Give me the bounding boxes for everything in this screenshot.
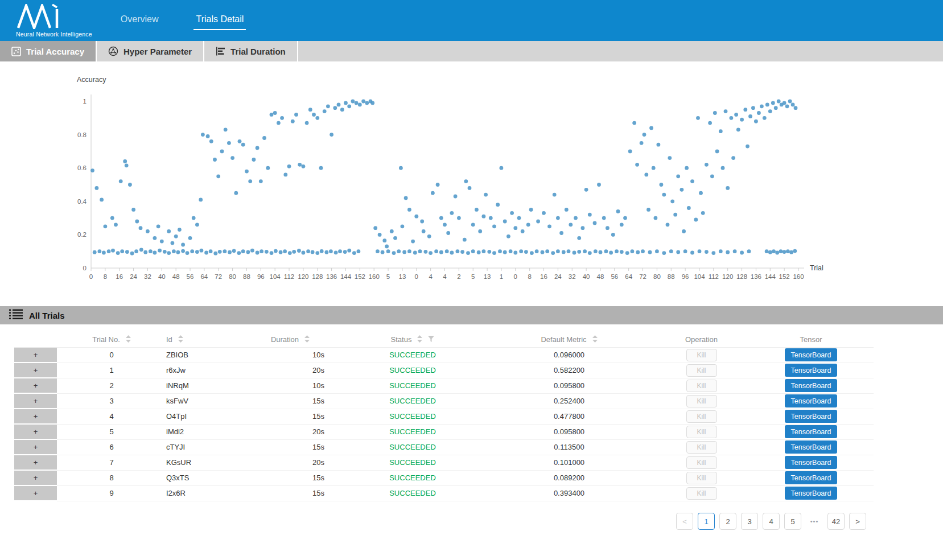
- scatter-point[interactable]: [274, 249, 278, 253]
- scatter-point[interactable]: [246, 250, 250, 254]
- tensorboard-button[interactable]: TensorBoard: [785, 425, 837, 438]
- scatter-point[interactable]: [266, 166, 270, 170]
- scatter-point[interactable]: [464, 179, 468, 183]
- scatter-point[interactable]: [785, 104, 789, 108]
- scatter-point[interactable]: [273, 111, 277, 115]
- scatter-point[interactable]: [411, 240, 415, 244]
- scatter-point[interactable]: [157, 224, 160, 228]
- scatter-point[interactable]: [547, 224, 551, 228]
- scatter-point[interactable]: [631, 249, 635, 253]
- scatter-point[interactable]: [224, 127, 228, 131]
- scatter-point[interactable]: [791, 103, 795, 107]
- scatter-point[interactable]: [160, 240, 164, 244]
- scatter-point[interactable]: [541, 250, 545, 254]
- scatter-point[interactable]: [649, 126, 653, 130]
- scatter-point[interactable]: [167, 229, 171, 233]
- scatter-point[interactable]: [382, 238, 386, 242]
- scatter-point[interactable]: [492, 251, 496, 255]
- scatter-point[interactable]: [746, 145, 750, 149]
- scatter-point[interactable]: [407, 249, 411, 253]
- scatter-point[interactable]: [509, 249, 513, 253]
- tab-trial-accuracy[interactable]: Trial Accuracy: [0, 41, 97, 61]
- nav-tab-overview[interactable]: Overview: [118, 11, 161, 30]
- scatter-point[interactable]: [636, 250, 640, 254]
- sort-icon[interactable]: [304, 335, 310, 344]
- scatter-point[interactable]: [535, 249, 539, 253]
- scatter-point[interactable]: [498, 249, 502, 253]
- scatter-point[interactable]: [705, 250, 709, 254]
- scatter-point[interactable]: [559, 231, 563, 235]
- pagination-page-42[interactable]: 42: [827, 513, 845, 530]
- scatter-point[interactable]: [277, 121, 281, 125]
- scatter-point[interactable]: [654, 216, 658, 220]
- scatter-point[interactable]: [454, 195, 458, 199]
- scatter-point[interactable]: [536, 220, 540, 224]
- kill-button[interactable]: Kill: [686, 364, 717, 377]
- kill-button[interactable]: Kill: [686, 487, 717, 500]
- scatter-point[interactable]: [110, 216, 114, 220]
- scatter-point[interactable]: [297, 249, 301, 253]
- scatter-point[interactable]: [640, 141, 644, 145]
- tensorboard-button[interactable]: TensorBoard: [785, 379, 837, 392]
- scatter-point[interactable]: [487, 250, 491, 254]
- scatter-point[interactable]: [565, 208, 569, 212]
- scatter-point[interactable]: [683, 249, 687, 253]
- scatter-point[interactable]: [250, 249, 254, 253]
- scatter-point[interactable]: [736, 127, 740, 131]
- scatter-point[interactable]: [100, 198, 104, 202]
- scatter-point[interactable]: [213, 158, 217, 162]
- scatter-point[interactable]: [146, 229, 150, 233]
- scatter-point[interactable]: [628, 150, 632, 154]
- scatter-point[interactable]: [237, 251, 241, 255]
- scatter-point[interactable]: [657, 143, 661, 147]
- scatter-point[interactable]: [280, 116, 284, 120]
- scatter-point[interactable]: [326, 104, 330, 108]
- scatter-point[interactable]: [287, 164, 291, 168]
- scatter-point[interactable]: [298, 163, 302, 167]
- scatter-point[interactable]: [670, 199, 674, 203]
- scatter-point[interactable]: [216, 174, 220, 178]
- scatter-point[interactable]: [429, 251, 433, 255]
- scatter-point[interactable]: [413, 251, 417, 255]
- tensorboard-button[interactable]: TensorBoard: [785, 394, 837, 407]
- scatter-point[interactable]: [424, 250, 428, 254]
- scatter-point[interactable]: [186, 251, 190, 255]
- sort-icon[interactable]: [178, 335, 183, 344]
- scatter-point[interactable]: [668, 156, 672, 160]
- scatter-point[interactable]: [492, 224, 496, 228]
- scatter-point[interactable]: [361, 100, 365, 104]
- scatter-point[interactable]: [786, 249, 790, 253]
- scatter-point[interactable]: [302, 251, 306, 255]
- scatter-point[interactable]: [178, 228, 182, 232]
- scatter-point[interactable]: [392, 251, 396, 255]
- scatter-point[interactable]: [120, 249, 124, 253]
- scatter-point[interactable]: [351, 100, 355, 104]
- scatter-point[interactable]: [344, 101, 348, 105]
- scatter-point[interactable]: [482, 249, 486, 253]
- scatter-point[interactable]: [181, 243, 185, 247]
- scatter-point[interactable]: [192, 216, 196, 220]
- scatter-point[interactable]: [288, 251, 292, 255]
- scatter-point[interactable]: [625, 251, 629, 255]
- scatter-point[interactable]: [788, 100, 792, 104]
- scatter-point[interactable]: [238, 139, 242, 143]
- scatter-point[interactable]: [431, 191, 435, 195]
- scatter-point[interactable]: [496, 203, 500, 207]
- scatter-point[interactable]: [556, 216, 560, 220]
- scatter-point[interactable]: [401, 224, 405, 228]
- scatter-point[interactable]: [556, 249, 560, 253]
- scatter-point[interactable]: [283, 249, 287, 253]
- scatter-point[interactable]: [577, 236, 581, 240]
- scatter-point[interactable]: [648, 250, 652, 254]
- scatter-point[interactable]: [312, 113, 316, 117]
- scatter-point[interactable]: [404, 196, 408, 200]
- scatter-point[interactable]: [620, 250, 624, 254]
- scatter-point[interactable]: [567, 249, 571, 253]
- scatter-point[interactable]: [775, 251, 779, 255]
- scatter-point[interactable]: [500, 166, 504, 170]
- scatter-point[interactable]: [584, 188, 588, 192]
- scatter-point[interactable]: [347, 104, 351, 108]
- scatter-point[interactable]: [715, 150, 719, 154]
- scatter-point[interactable]: [466, 251, 470, 255]
- scatter-point[interactable]: [731, 156, 735, 160]
